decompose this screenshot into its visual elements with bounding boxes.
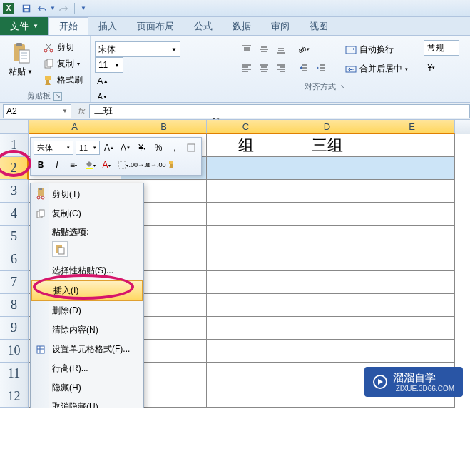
- cell[interactable]: [369, 271, 455, 294]
- row-header[interactable]: 10: [0, 340, 29, 363]
- clipboard-launcher[interactable]: ↘: [53, 92, 62, 101]
- cm-format-cells[interactable]: 设置单元格格式(F)...: [31, 340, 143, 359]
- cell[interactable]: [285, 157, 369, 180]
- cell[interactable]: [369, 340, 455, 363]
- col-header-B[interactable]: B: [121, 120, 207, 134]
- cell[interactable]: [285, 248, 369, 271]
- qat-customize-dropdown[interactable]: ▼: [81, 5, 86, 11]
- row-header[interactable]: 8: [0, 294, 29, 317]
- row-header[interactable]: 6: [0, 248, 29, 271]
- cm-cut[interactable]: 剪切(T): [31, 185, 143, 204]
- row-header[interactable]: 1: [0, 134, 29, 157]
- cell[interactable]: [285, 340, 369, 363]
- cm-delete[interactable]: 删除(D): [31, 301, 143, 320]
- cut-button[interactable]: 剪切: [40, 40, 86, 55]
- row-header[interactable]: 2: [0, 157, 29, 180]
- mini-comma[interactable]: ,: [168, 141, 182, 155]
- cell[interactable]: [207, 157, 285, 180]
- cell[interactable]: [369, 134, 455, 157]
- tab-file[interactable]: 文件 ▼: [0, 17, 48, 35]
- cell[interactable]: [285, 317, 369, 340]
- cell[interactable]: [285, 385, 369, 408]
- row-header[interactable]: 7: [0, 271, 29, 294]
- format-painter-button[interactable]: 格式刷: [40, 73, 86, 88]
- align-top-button[interactable]: [239, 41, 255, 57]
- col-header-E[interactable]: E: [369, 120, 455, 134]
- increase-font-button[interactable]: A▲: [95, 73, 111, 88]
- cell[interactable]: [369, 203, 455, 226]
- cm-hide[interactable]: 隐藏(H): [31, 378, 143, 397]
- cell[interactable]: [369, 248, 455, 271]
- orientation-button[interactable]: ab▾: [295, 41, 311, 57]
- col-header-C[interactable]: C: [207, 120, 285, 134]
- tab-view[interactable]: 视图: [300, 17, 338, 35]
- copy-button[interactable]: 复制 ▾: [40, 56, 86, 71]
- select-all-corner[interactable]: [0, 120, 29, 134]
- currency-button[interactable]: ¥▾: [424, 60, 439, 76]
- tab-formulas[interactable]: 公式: [184, 17, 223, 35]
- row-header[interactable]: 4: [0, 203, 29, 226]
- mini-font-size[interactable]: 11▾: [76, 141, 100, 155]
- tab-insert[interactable]: 插入: [88, 17, 127, 35]
- font-size-select[interactable]: 11▼: [95, 57, 123, 73]
- wrap-text-button[interactable]: 自动换行: [340, 41, 413, 58]
- paste-button[interactable]: 粘贴 ▼: [4, 40, 37, 88]
- increase-indent-button[interactable]: [312, 60, 328, 76]
- align-center-button[interactable]: [256, 60, 272, 76]
- mini-percent[interactable]: %: [151, 141, 165, 155]
- mini-fill-color[interactable]: ▾: [83, 158, 97, 172]
- cell[interactable]: 三组: [285, 134, 369, 157]
- tab-review[interactable]: 审阅: [261, 17, 300, 35]
- cell[interactable]: [207, 271, 285, 294]
- row-header[interactable]: 3: [0, 180, 29, 203]
- cell[interactable]: [207, 248, 285, 271]
- cell[interactable]: [207, 180, 285, 203]
- col-header-D[interactable]: D: [285, 120, 369, 134]
- cell[interactable]: [207, 294, 285, 317]
- mini-currency[interactable]: ¥▾: [135, 141, 149, 155]
- fx-button[interactable]: fx: [78, 106, 85, 116]
- formula-input[interactable]: 二班: [89, 104, 470, 118]
- alignment-launcher[interactable]: ↘: [339, 83, 347, 91]
- mini-shrink-font[interactable]: A▼: [118, 141, 133, 155]
- tab-home[interactable]: 开始: [48, 17, 88, 35]
- name-box[interactable]: A2 ▼: [3, 104, 71, 118]
- cell[interactable]: [207, 203, 285, 226]
- align-left-button[interactable]: [239, 60, 255, 76]
- mini-italic[interactable]: I: [50, 158, 64, 172]
- cm-insert[interactable]: 插入(I): [31, 280, 143, 301]
- font-name-select[interactable]: 宋体▼: [95, 41, 180, 57]
- cell[interactable]: 组: [207, 134, 285, 157]
- tab-data[interactable]: 数据: [223, 17, 261, 35]
- qat-undo-dropdown[interactable]: ▼: [50, 5, 56, 11]
- col-header-A[interactable]: A: [29, 120, 121, 134]
- cell[interactable]: [285, 271, 369, 294]
- cell[interactable]: [207, 363, 285, 385]
- cell[interactable]: [207, 385, 285, 408]
- cell[interactable]: [207, 226, 285, 248]
- cell[interactable]: [369, 226, 455, 248]
- cell[interactable]: [285, 226, 369, 248]
- cell[interactable]: [285, 180, 369, 203]
- mini-inc-decimal[interactable]: .00→.0: [132, 158, 146, 172]
- mini-grow-font[interactable]: A▲: [102, 141, 116, 155]
- cell[interactable]: [285, 294, 369, 317]
- align-middle-button[interactable]: [256, 41, 272, 57]
- row-header[interactable]: 12: [0, 385, 29, 408]
- row-header[interactable]: 5: [0, 226, 29, 248]
- mini-align[interactable]: ≡▾: [66, 158, 81, 172]
- cell[interactable]: [285, 363, 369, 385]
- cm-clear[interactable]: 清除内容(N): [31, 320, 143, 340]
- mini-dec-decimal[interactable]: .0→.00: [148, 158, 163, 172]
- cell[interactable]: [369, 317, 455, 340]
- row-header[interactable]: 11: [0, 363, 29, 385]
- qat-undo-button[interactable]: [36, 2, 48, 15]
- cm-paste-option-1[interactable]: [52, 241, 68, 257]
- qat-save-button[interactable]: [20, 2, 33, 15]
- cell[interactable]: [369, 157, 455, 180]
- cm-paste-special[interactable]: 选择性粘贴(S)...: [31, 261, 143, 280]
- cell[interactable]: [207, 340, 285, 363]
- mini-borders[interactable]: [184, 141, 198, 155]
- qat-redo-button[interactable]: [57, 2, 70, 15]
- mini-bold[interactable]: B: [34, 158, 48, 172]
